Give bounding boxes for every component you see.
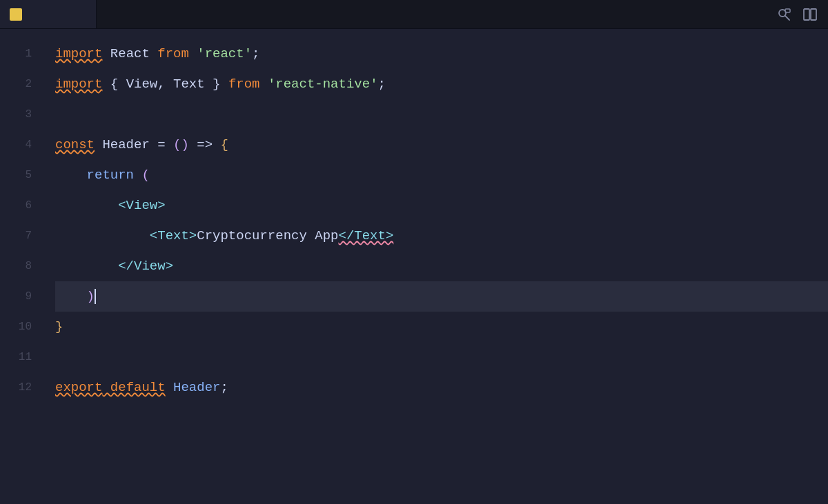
code-line: <View> [55,190,828,221]
code-token: 'react' [189,39,252,69]
line-number: 9 [0,281,32,312]
toolbar-right [774,5,820,24]
code-line: export default Header; [55,372,828,403]
code-token: ; [378,69,386,99]
code-token: </View> [118,251,173,281]
code-token: import [55,69,102,99]
code-token: ; [252,39,259,69]
file-tab[interactable] [0,0,97,28]
code-token: </Text> [338,221,393,251]
svg-rect-3 [804,9,809,20]
tab-bar [0,0,828,29]
tab-close-button[interactable] [36,8,48,21]
code-token: ( [134,160,150,190]
code-token: Cryptocurrency App [197,221,338,251]
code-token: } [205,69,228,99]
svg-line-1 [785,16,789,20]
code-token: => [189,130,221,160]
line-number: 5 [0,160,32,190]
code-token: () [173,130,189,160]
code-token: { [220,130,228,160]
code-token: ) [87,281,95,312]
line-number: 4 [0,130,32,160]
code-line: return ( [55,160,828,190]
code-line: </View> [55,251,828,281]
code-line: } [55,312,828,342]
code-token: export [55,372,102,403]
line-numbers: 123456789101112 [0,29,41,504]
code-token: from [157,39,189,69]
code-token: import [55,39,102,69]
code-token: Header [166,372,221,403]
line-number: 10 [0,312,32,342]
code-line: <Text>Cryptocurrency App</Text> [55,221,828,251]
line-number: 7 [0,221,32,251]
code-token: = [157,130,173,160]
code-area[interactable]: import React from 'react';import { View,… [41,29,828,504]
code-line: ) [55,281,828,312]
code-line: import React from 'react'; [55,39,828,69]
line-number: 12 [0,372,32,403]
code-line [55,99,828,130]
search-replace-icon[interactable] [774,5,793,24]
code-token: Header [95,130,157,160]
code-token: from [228,69,260,99]
line-number: 11 [0,342,32,372]
code-token: const [55,130,95,160]
svg-rect-2 [785,9,790,12]
text-cursor [95,289,96,304]
code-token: <View> [118,190,165,221]
js-icon [10,8,22,21]
code-token: React [102,39,157,69]
code-token: 'react-native' [260,69,378,99]
code-line [55,342,828,372]
split-editor-icon[interactable] [800,5,820,24]
code-token: Text [173,69,205,99]
code-line: import { View, Text } from 'react-native… [55,69,828,99]
code-token: return [87,160,134,190]
line-number: 8 [0,251,32,281]
line-number: 6 [0,190,32,221]
code-token: ; [220,372,228,403]
code-token: } [55,312,63,342]
line-number: 2 [0,69,32,99]
line-number: 3 [0,99,32,130]
code-line: const Header = () => { [55,130,828,160]
code-token: default [102,372,165,403]
code-token: , [157,69,173,99]
code-token: View [126,69,158,99]
code-token: { [102,69,126,99]
editor: 123456789101112 import React from 'react… [0,29,828,504]
code-token: <Text> [150,221,197,251]
line-number: 1 [0,39,32,69]
svg-rect-4 [811,9,816,20]
